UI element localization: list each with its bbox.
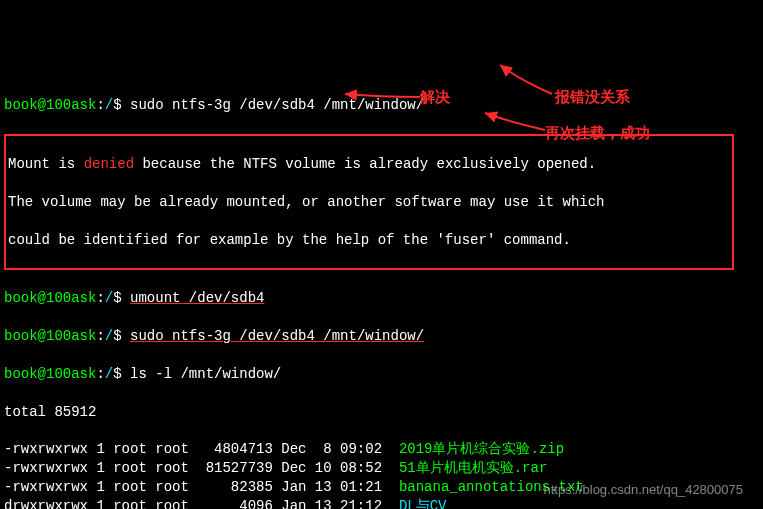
cmd-3: sudo ntfs-3g /dev/sdb4 /mnt/window/: [130, 328, 424, 344]
error-message-box: Mount is denied because the NTFS volume …: [4, 134, 734, 270]
annotation-error-ok: 报错没关系: [555, 87, 630, 107]
prompt-line-2: book@100ask:/$ umount /dev/sdb4: [4, 289, 759, 308]
prompt-line-3: book@100ask:/$ sudo ntfs-3g /dev/sdb4 /m…: [4, 327, 759, 346]
watermark: https://blog.csdn.net/qq_42800075: [544, 481, 744, 499]
file-row: -rwxrwxrwx 1 root root 4804713 Dec 8 09:…: [4, 440, 759, 459]
total-line: total 85912: [4, 403, 759, 422]
cmd-1: sudo ntfs-3g /dev/sdb4 /mnt/window/: [130, 97, 424, 113]
cmd-4: ls -l /mnt/window/: [130, 366, 281, 382]
prompt-line-4: book@100ask:/$ ls -l /mnt/window/: [4, 365, 759, 384]
annotation-solve: 解决: [420, 87, 450, 107]
annotation-remount: 再次挂载，成功: [545, 123, 650, 143]
file-row: -rwxrwxrwx 1 root root 81527739 Dec 10 0…: [4, 459, 759, 478]
cmd-2: umount /dev/sdb4: [130, 290, 264, 306]
prompt-line-1: book@100ask:/$ sudo ntfs-3g /dev/sdb4 /m…: [4, 96, 759, 115]
